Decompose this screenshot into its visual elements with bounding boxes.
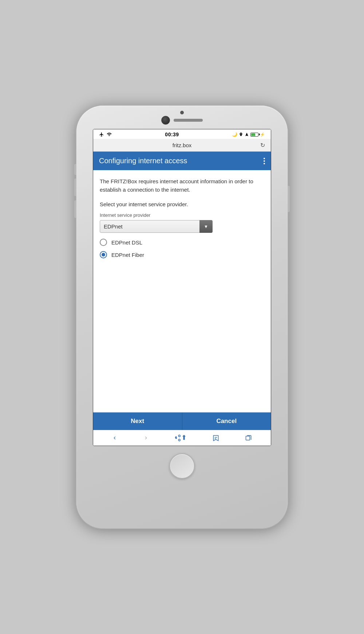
radio-circle-dsl xyxy=(100,239,107,246)
airplane-icon xyxy=(99,132,104,137)
radio-inner-fiber xyxy=(102,253,105,257)
sensors-row xyxy=(161,116,203,125)
charging-icon: ⚡ xyxy=(260,132,265,137)
browser-tabs-button[interactable] xyxy=(245,434,252,442)
phone-dot xyxy=(180,111,184,114)
home-button[interactable] xyxy=(169,453,195,479)
intro-text: The FRITZ!Box requires internet account … xyxy=(100,177,264,194)
browser-bookmarks-button[interactable] xyxy=(212,434,219,442)
url-text[interactable]: fritz.box xyxy=(106,142,258,148)
dot-3 xyxy=(264,163,265,164)
main-content: The FRITZ!Box requires internet account … xyxy=(93,170,271,412)
dropdown-wrapper: Internet service provider EDPnet ▼ xyxy=(100,212,264,233)
more-menu-button[interactable] xyxy=(264,158,265,164)
field-label: Internet service provider xyxy=(100,212,264,218)
phone-frame: 00:39 🌙 xyxy=(76,106,288,528)
radio-item-dsl[interactable]: EDPnet DSL xyxy=(100,239,264,246)
battery-fill xyxy=(251,133,255,136)
volume-down-button[interactable] xyxy=(74,200,76,218)
phone-screen: 00:39 🌙 xyxy=(93,129,271,446)
svg-rect-0 xyxy=(246,436,250,440)
volume-up-button[interactable] xyxy=(74,179,76,196)
radio-label-fiber: EDPnet Fiber xyxy=(111,252,144,258)
home-button-area xyxy=(76,446,288,484)
dot-2 xyxy=(264,160,265,162)
app-header-title: Configuring internet access xyxy=(99,157,187,165)
select-provider-label: Select your internet service provider. xyxy=(100,201,264,207)
app-header: Configuring internet access xyxy=(93,152,271,170)
radio-circle-fiber xyxy=(100,251,107,258)
url-bar[interactable]: fritz.box ↻ xyxy=(93,139,271,152)
dot-1 xyxy=(264,158,265,159)
status-time: 00:39 xyxy=(165,132,179,137)
next-button[interactable]: Next xyxy=(93,412,182,430)
status-bar: 00:39 🌙 xyxy=(93,129,271,139)
footer-buttons: Next Cancel xyxy=(93,412,271,430)
location-icon xyxy=(239,132,243,137)
dropdown-container[interactable]: EDPnet ▼ xyxy=(100,220,213,233)
battery-icon xyxy=(250,133,258,137)
browser-nav-bar: ⬆ xyxy=(93,430,271,446)
wifi-icon xyxy=(106,132,112,137)
front-camera xyxy=(161,116,170,125)
status-left xyxy=(99,132,112,137)
speaker-grill xyxy=(174,119,203,122)
power-button[interactable] xyxy=(288,186,290,212)
phone-top-area xyxy=(76,106,288,127)
reload-button[interactable]: ↻ xyxy=(258,141,266,149)
connection-type-radio-group: EDPnet DSL EDPnet Fiber xyxy=(100,239,264,258)
cancel-button[interactable]: Cancel xyxy=(182,412,271,430)
browser-forward-button[interactable] xyxy=(143,434,149,442)
browser-back-button[interactable] xyxy=(112,434,118,442)
radio-label-dsl: EDPnet DSL xyxy=(111,239,142,246)
isp-dropdown[interactable]: EDPnet xyxy=(100,220,213,233)
status-right: 🌙 ⚡ xyxy=(232,132,265,137)
navigate-icon xyxy=(245,132,249,137)
radio-item-fiber[interactable]: EDPnet Fiber xyxy=(100,251,264,258)
moon-icon: 🌙 xyxy=(232,132,237,137)
browser-share-button[interactable]: ⬆ xyxy=(174,434,187,442)
mute-button[interactable] xyxy=(74,164,76,175)
